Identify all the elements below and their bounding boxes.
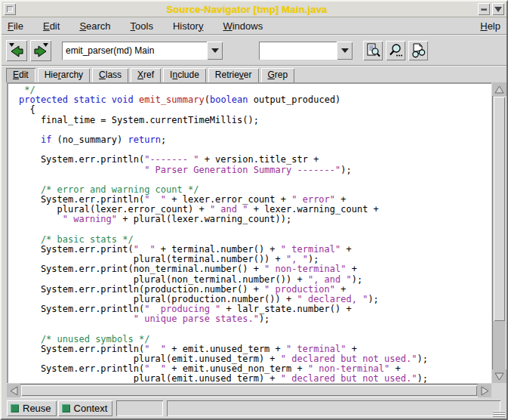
horizontal-scroll-thumb[interactable] [21, 385, 477, 396]
menu-search[interactable]: Search [79, 20, 110, 32]
menu-file[interactable]: File [8, 20, 23, 32]
tab-xref[interactable]: Xref [131, 68, 161, 82]
vertical-scroll-thumb[interactable] [494, 97, 505, 321]
window-menu-button[interactable] [4, 3, 16, 15]
history-back-button[interactable] [6, 40, 27, 61]
toolbar [2, 36, 506, 66]
status-field-message [167, 400, 500, 416]
menu-history[interactable]: History [173, 20, 203, 32]
window-title: Source-Navigator [tmp] Main.java [16, 4, 478, 15]
back-arrow-icon [8, 42, 26, 60]
code-line: plural(emit.unused_term) + " declared bu… [19, 374, 490, 383]
code-line: " Parser Generation Summary -------"); [19, 165, 490, 175]
maximize-button[interactable] [492, 3, 504, 15]
menu-windows[interactable]: Windows [223, 20, 263, 32]
triangle-left-icon [10, 386, 18, 396]
minimize-button[interactable] [478, 3, 490, 15]
tab-retriever[interactable]: Retriever [208, 68, 259, 82]
grep-button[interactable] [408, 41, 428, 60]
tab-class[interactable]: Class [92, 68, 128, 82]
window-menu-icon [7, 6, 13, 12]
search-combobox-dropdown-button[interactable] [337, 42, 353, 60]
symbol-combobox-dropdown-button[interactable] [207, 42, 223, 60]
status-field-small [116, 400, 163, 416]
reuse-toggle-button[interactable]: Reuse [7, 400, 57, 416]
title-bar: Source-Navigator [tmp] Main.java [2, 2, 506, 17]
resize-grip[interactable] [493, 411, 505, 417]
forward-arrow-icon [32, 42, 50, 60]
tab-edit[interactable]: Edit [6, 68, 35, 82]
vertical-scrollbar[interactable] [492, 82, 506, 383]
horizontal-scroll-track[interactable] [20, 384, 478, 397]
search-files-button[interactable] [386, 41, 405, 60]
menu-bar-items: FileEditSearchToolsHistoryWindows [8, 20, 263, 32]
scroll-down-button[interactable] [492, 369, 506, 383]
triangle-right-icon [481, 386, 489, 396]
context-toggle-button[interactable]: Context [58, 400, 113, 416]
status-bar: Reuse Context [2, 398, 506, 418]
code-line: " unique parse states."); [19, 314, 490, 324]
reuse-label: Reuse [23, 403, 51, 414]
chevron-down-icon [211, 48, 219, 53]
view-tab-bar: EditHierarchyClassXrefIncludeRetrieverGr… [2, 66, 506, 82]
menu-edit[interactable]: Edit [43, 20, 60, 32]
scroll-right-button[interactable] [478, 384, 491, 397]
symbol-combobox [62, 42, 223, 60]
menu-help[interactable]: Help [480, 20, 500, 32]
code-line: final_time = System.currentTimeMillis(); [19, 116, 490, 125]
grep-binoculars-icon [411, 43, 426, 58]
source-navigator-window: Source-Navigator [tmp] Main.java FileEdi… [0, 0, 508, 420]
tab-include[interactable]: Include [163, 68, 206, 82]
triangle-down-icon [494, 7, 502, 12]
document-magnifier-icon [365, 43, 380, 58]
menu-tools[interactable]: Tools [131, 20, 153, 32]
editor-browse-button[interactable] [363, 41, 383, 60]
context-label: Context [74, 403, 108, 414]
symbol-combobox-input[interactable] [62, 42, 207, 60]
tab-grep[interactable]: Grep [261, 68, 295, 82]
scroll-left-button[interactable] [7, 384, 20, 397]
search-icon [388, 43, 403, 58]
code-area[interactable]: */protected static void emit_summary(boo… [7, 82, 491, 383]
code-line: " warning" + plural(lexer.warning_count)… [19, 215, 490, 224]
tab-hierarchy[interactable]: Hierarchy [38, 68, 90, 82]
search-combobox-input[interactable] [259, 42, 337, 60]
triangle-down-icon [494, 372, 504, 381]
reuse-indicator-icon [11, 404, 19, 412]
code-line: protected static void emit_summary(boole… [19, 95, 490, 105]
editor-region: */protected static void emit_summary(boo… [2, 82, 506, 383]
context-indicator-icon [62, 404, 70, 412]
menu-bar-help: Help [480, 20, 500, 32]
scroll-up-button[interactable] [492, 82, 506, 96]
horizontal-scrollbar[interactable] [7, 384, 491, 397]
chevron-down-icon [341, 48, 349, 53]
minimize-icon [481, 8, 487, 11]
history-forward-button[interactable] [30, 40, 51, 61]
code-line: if (no_summary) return; [19, 135, 490, 145]
menu-bar: FileEditSearchToolsHistoryWindows Help [2, 17, 506, 36]
search-combobox [259, 42, 353, 60]
vertical-scroll-track[interactable] [492, 96, 506, 369]
triangle-up-icon [494, 85, 504, 94]
